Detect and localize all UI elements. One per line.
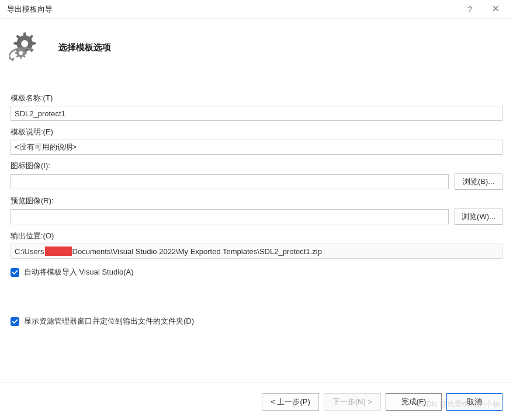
browse-icon-button[interactable]: 浏览(B)... [455, 173, 502, 190]
template-desc-label: 模板说明:(E) [11, 127, 502, 137]
close-button[interactable] [483, 1, 508, 18]
wizard-header: 选择模板选项 [0, 19, 513, 81]
svg-point-1 [19, 51, 23, 55]
template-name-input[interactable] [11, 106, 502, 121]
icon-image-input[interactable] [11, 174, 449, 189]
next-button: 下一步(N) > [324, 393, 381, 411]
auto-import-checkbox[interactable] [11, 268, 19, 277]
finish-button[interactable]: 完成(F) [386, 393, 442, 411]
help-button[interactable]: ? [457, 1, 483, 18]
cancel-button[interactable]: 取消 [446, 393, 502, 411]
window-title: 导出模板向导 [7, 4, 457, 15]
check-icon [12, 318, 18, 325]
icon-image-label: 图标图像(I): [11, 161, 502, 171]
gear-icon [9, 30, 42, 65]
preview-image-label: 预览图像(R): [11, 196, 502, 206]
auto-import-label: 自动将模板导入 Visual Studio(A) [24, 267, 134, 277]
output-path-prefix: C:\Users [15, 247, 44, 256]
auto-import-row[interactable]: 自动将模板导入 Visual Studio(A) [11, 267, 502, 277]
output-location-display: C:\UsersDocuments\Visual Studio 2022\My … [11, 244, 502, 259]
help-icon: ? [467, 5, 472, 13]
template-name-label: 模板名称:(T) [11, 93, 502, 103]
redacted-username [45, 247, 72, 256]
close-icon [493, 5, 499, 13]
svg-point-0 [21, 40, 28, 47]
show-explorer-checkbox[interactable] [11, 317, 19, 326]
output-path-suffix: Documents\Visual Studio 2022\My Exported… [72, 247, 322, 256]
page-title: 选择模板选项 [58, 42, 111, 53]
check-icon [12, 269, 18, 276]
form-content: 模板名称:(T) 模板说明:(E) 图标图像(I): 浏览(B)... 预览图像… [0, 81, 513, 327]
preview-image-input[interactable] [11, 209, 449, 224]
template-desc-input[interactable] [11, 140, 502, 155]
back-button[interactable]: < 上一步(P) [262, 393, 319, 411]
browse-preview-button[interactable]: 浏览(W)... [455, 209, 502, 225]
show-explorer-row[interactable]: 显示资源管理器窗口并定位到输出文件的文件夹(D) [11, 316, 502, 327]
output-location-label: 输出位置:(O) [11, 231, 502, 241]
show-explorer-label: 显示资源管理器窗口并定位到输出文件的文件夹(D) [24, 316, 194, 327]
titlebar: 导出模板向导 ? [0, 0, 513, 19]
wizard-footer: < 上一步(P) 下一步(N) > 完成(F) 取消 [0, 383, 513, 420]
